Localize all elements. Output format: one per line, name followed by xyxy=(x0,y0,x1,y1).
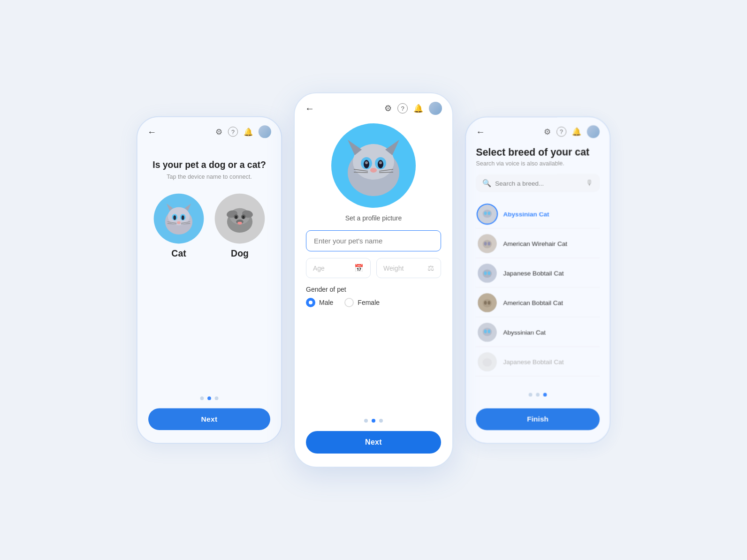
phone-2: ← ⚙ ? 🔔 xyxy=(294,92,453,468)
age-label: Age xyxy=(313,265,325,272)
dot-p2-3 xyxy=(379,419,383,423)
phone3-body: Select breed of your cat Search via voic… xyxy=(466,142,610,443)
svg-point-33 xyxy=(370,168,377,173)
svg-point-40 xyxy=(484,212,487,215)
dot-p3-2 xyxy=(536,393,540,397)
weight-field[interactable]: Weight ⚖ xyxy=(376,258,441,278)
breed-name-0: Abyssinian Cat xyxy=(503,211,549,218)
age-field[interactable]: Age 📅 xyxy=(306,258,371,278)
age-weight-row: Age 📅 Weight ⚖ xyxy=(306,258,441,278)
phone1-subtitle: Tap the device name to connect. xyxy=(167,173,252,180)
dog-label: Dog xyxy=(231,248,249,258)
svg-point-45 xyxy=(488,242,490,246)
dot-p3-1 xyxy=(529,393,533,397)
breed-item-5[interactable]: Japanese Bobtail Cat xyxy=(476,348,600,377)
phone1-top-bar: ← ⚙ ? 🔔 xyxy=(137,117,282,142)
gender-male-radio[interactable] xyxy=(306,298,315,307)
svg-point-32 xyxy=(379,161,382,164)
phone3-icons: ⚙ ? 🔔 xyxy=(544,125,600,138)
breed-avatar-5 xyxy=(478,352,497,371)
phone1-back-button[interactable]: ← xyxy=(147,127,156,137)
mic-icon[interactable]: 🎙 xyxy=(586,179,594,187)
dot-p2-2 xyxy=(372,419,375,423)
gender-options: Male Female xyxy=(306,298,441,307)
breed-avatar-0 xyxy=(478,204,497,224)
phone2-avatar[interactable] xyxy=(429,102,442,115)
breed-avatar-2 xyxy=(478,264,497,283)
svg-line-37 xyxy=(379,172,393,173)
phone1-settings-icon[interactable]: ⚙ xyxy=(215,127,223,136)
phone2-next-button[interactable]: Next xyxy=(306,431,441,454)
svg-point-31 xyxy=(365,161,368,164)
gender-female[interactable]: Female xyxy=(344,298,380,307)
breed-item-1[interactable]: American Wirehair Cat xyxy=(476,229,600,258)
svg-point-44 xyxy=(484,242,487,246)
phone3-back-button[interactable]: ← xyxy=(476,127,485,137)
finish-button[interactable]: Finish xyxy=(476,409,600,431)
phone2-dots xyxy=(364,419,383,423)
phone3-avatar[interactable] xyxy=(587,125,600,138)
dot-p3-3 xyxy=(543,393,547,397)
phone-3: ← ⚙ ? 🔔 Select breed of your cat Search … xyxy=(465,116,610,444)
phone3-help-icon[interactable]: ? xyxy=(556,127,566,136)
search-bar[interactable]: 🔍 🎙 xyxy=(476,174,600,192)
phone2-body: Set a profile picture Age 📅 Weight ⚖ Gen… xyxy=(295,119,452,467)
svg-point-49 xyxy=(488,272,490,275)
phone3-top-bar: ← ⚙ ? 🔔 xyxy=(466,117,610,142)
breed-item-3[interactable]: American Bobtail Cat xyxy=(476,288,600,317)
cat-option[interactable]: Cat xyxy=(154,194,204,259)
phone2-top-bar: ← ⚙ ? 🔔 xyxy=(295,93,452,119)
gender-male-label: Male xyxy=(319,299,333,306)
svg-point-47 xyxy=(483,270,492,278)
gender-title: Gender of pet xyxy=(306,286,441,293)
svg-point-41 xyxy=(488,212,490,215)
phone1-next-button[interactable]: Next xyxy=(148,409,270,431)
svg-point-56 xyxy=(484,330,487,333)
profile-pic-area[interactable] xyxy=(331,123,416,208)
svg-point-20 xyxy=(242,216,244,219)
phone2-back-button[interactable]: ← xyxy=(305,103,314,114)
phone2-help-icon[interactable]: ? xyxy=(397,103,408,114)
breed-item-4[interactable]: Abyssinian Cat xyxy=(476,318,600,347)
search-input[interactable] xyxy=(495,179,582,187)
dog-option[interactable]: Dog xyxy=(215,194,265,259)
gender-female-radio[interactable] xyxy=(344,298,354,307)
phone1-bell-icon[interactable]: 🔔 xyxy=(244,127,253,136)
cat-image xyxy=(158,198,199,239)
dot-2 xyxy=(207,396,211,400)
dog-image xyxy=(219,198,260,239)
svg-point-43 xyxy=(483,240,492,248)
weight-label: Weight xyxy=(383,265,404,272)
svg-point-55 xyxy=(483,328,492,336)
svg-point-48 xyxy=(484,272,487,275)
dog-circle xyxy=(215,194,265,244)
pet-name-input[interactable] xyxy=(306,230,441,251)
phone3-dots xyxy=(476,393,600,397)
svg-point-59 xyxy=(483,358,492,366)
breed-avatar-1 xyxy=(478,234,497,253)
breed-item-2[interactable]: Japanese Bobtail Cat xyxy=(476,259,600,288)
svg-line-35 xyxy=(354,172,368,173)
breed-name-4: Abyssinian Cat xyxy=(503,329,546,336)
phone1-avatar[interactable] xyxy=(259,125,271,138)
phone2-settings-icon[interactable]: ⚙ xyxy=(384,103,392,114)
cat-label: Cat xyxy=(171,248,186,258)
select-breed-subtitle: Search via voice is also available. xyxy=(476,160,600,167)
svg-point-6 xyxy=(173,215,176,220)
breed-item-0[interactable]: Abyssinian Cat xyxy=(476,200,600,228)
phone3-settings-icon[interactable]: ⚙ xyxy=(544,127,551,136)
phones-container: ← ⚙ ? 🔔 Is your pet a dog or a cat? Tap … xyxy=(134,92,613,468)
breed-avatar-3 xyxy=(478,293,497,312)
phone3-bell-icon[interactable]: 🔔 xyxy=(572,127,581,136)
phone-1: ← ⚙ ? 🔔 Is your pet a dog or a cat? Tap … xyxy=(137,116,282,444)
gender-male[interactable]: Male xyxy=(306,298,333,307)
breed-name-2: Japanese Bobtail Cat xyxy=(503,270,564,277)
gender-female-label: Female xyxy=(358,299,380,306)
svg-point-53 xyxy=(488,301,490,305)
pet-options: Cat xyxy=(154,194,265,259)
phone2-bell-icon[interactable]: 🔔 xyxy=(413,104,423,114)
cat-circle xyxy=(154,194,204,244)
svg-point-7 xyxy=(182,215,184,220)
breed-avatar-4 xyxy=(478,323,497,342)
phone1-help-icon[interactable]: ? xyxy=(228,127,238,136)
